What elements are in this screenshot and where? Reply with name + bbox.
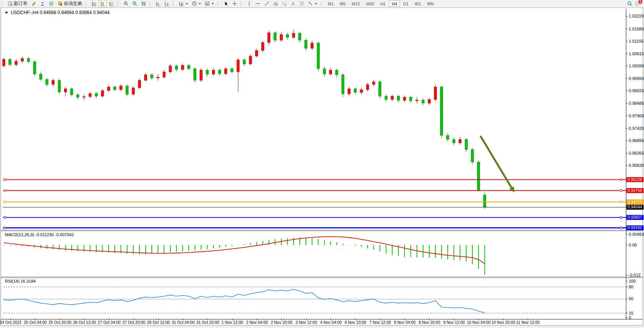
line-handle[interactable]: [4, 201, 6, 203]
fibonacci-button[interactable]: F: [280, 0, 288, 7]
period-clock-button[interactable]: [190, 0, 202, 7]
crosshair-button[interactable]: [231, 0, 239, 7]
time-tick-label: 26 Oct 12:00: [73, 320, 96, 325]
candle-body: [299, 33, 301, 40]
candle-body: [255, 50, 258, 56]
timeframe-mn-button[interactable]: MN: [424, 0, 436, 7]
dropdown-caret-icon[interactable]: [199, 3, 201, 5]
new-order-icon: [8, 1, 13, 6]
tile-windows-button[interactable]: [140, 0, 148, 7]
line-handle[interactable]: [620, 190, 622, 192]
candle-body: [348, 89, 350, 94]
line-handle[interactable]: [4, 227, 6, 229]
price-badge-label: 0.94756: [628, 188, 642, 193]
template-button[interactable]: [203, 0, 215, 7]
chart-dropdown-caret-icon[interactable]: [5, 12, 8, 14]
rsi-indicator-label: RSI(14) 16.3184: [5, 279, 36, 283]
trendline-icon: [264, 1, 269, 6]
candle-body: [46, 79, 48, 84]
line-handle[interactable]: [4, 179, 6, 181]
dropdown-caret-icon[interactable]: [315, 3, 317, 5]
candle-body: [311, 43, 313, 48]
zoom-out-button[interactable]: [131, 0, 139, 7]
line-handle[interactable]: [620, 216, 622, 218]
zoom-in-button[interactable]: [122, 0, 130, 7]
search-button[interactable]: [627, 1, 632, 6]
text-button[interactable]: A: [289, 0, 297, 7]
cursor-button[interactable]: [222, 0, 230, 7]
timeframe-m1-button[interactable]: M1: [325, 0, 336, 7]
signal-button[interactable]: [47, 0, 55, 7]
candle-body: [416, 100, 418, 101]
toolbar-drag-handle: [2, 2, 4, 6]
crayon-icon: [31, 1, 36, 6]
time-tick-label: 11 Nov 12:00: [516, 320, 540, 325]
trendline-button[interactable]: [263, 0, 271, 7]
chart-scroll-button[interactable]: [163, 0, 171, 7]
chat-button[interactable]: 1: [635, 1, 640, 6]
line-handle[interactable]: [4, 190, 6, 192]
rsi-tick-label: 50: [629, 296, 633, 301]
dropdown-caret-icon[interactable]: [186, 3, 188, 5]
line-handle[interactable]: [620, 179, 622, 181]
price-tick-label: 1.01155: [629, 39, 644, 43]
label-button[interactable]: T: [298, 0, 306, 7]
toolbar-drag-handle: [321, 2, 323, 6]
autotrade-button[interactable]: 自动交易: [56, 0, 84, 7]
candles-button[interactable]: [99, 0, 107, 7]
line-handle[interactable]: [4, 216, 6, 218]
time-tick-label: 28 Oct 12:00: [147, 320, 170, 325]
macd-tick-label: 0.00: [629, 243, 637, 247]
publish-button[interactable]: [39, 0, 47, 7]
candle-body: [120, 86, 122, 90]
candle-body: [434, 87, 437, 99]
publish-icon: [40, 1, 45, 6]
dropdown-caret-icon[interactable]: [212, 3, 214, 5]
line-handle[interactable]: [620, 227, 622, 229]
candle-body: [101, 91, 104, 96]
hline-button[interactable]: [254, 0, 262, 7]
time-tick-label: 8 Nov 04:00: [394, 320, 416, 325]
candle-body: [403, 97, 406, 101]
price-tick-label: 0.96355: [629, 151, 644, 155]
zoom-in-icon: [124, 1, 128, 6]
time-tick-label: 10 Nov 20:00: [491, 320, 516, 325]
time-tick-label: 1 Nov 12:00: [222, 320, 243, 325]
shapes-button[interactable]: [307, 0, 319, 7]
chart-shift-button[interactable]: [154, 0, 162, 7]
time-tick-label: 25 Oct 20:00: [48, 320, 71, 325]
cursor-icon: [223, 1, 228, 6]
line-handle[interactable]: [620, 201, 622, 203]
timeframe-h4-button[interactable]: H4: [389, 0, 400, 7]
crayon-button[interactable]: [30, 0, 38, 7]
zoom-out-icon: [132, 1, 137, 6]
candle-body: [483, 195, 486, 207]
timeframe-w1-button[interactable]: W1: [412, 0, 424, 7]
candle-body: [218, 70, 221, 74]
tile-windows-icon: [141, 1, 146, 6]
candle-body: [181, 66, 184, 70]
timeframe-m15-button[interactable]: M15: [349, 0, 363, 7]
template-icon: [205, 1, 210, 6]
candle-body: [428, 99, 430, 103]
candle-body: [453, 139, 455, 143]
new-order-button[interactable]: 新订单: [6, 0, 29, 7]
candle-body: [15, 61, 18, 65]
chart-canvas[interactable]: 1.022201.016801.011551.006151.000900.995…: [0, 0, 644, 328]
candle-body: [126, 86, 128, 94]
timeframe-m30-button[interactable]: M30: [363, 0, 377, 7]
bars-button[interactable]: [90, 0, 98, 7]
price-badge-label: 0.94044: [628, 205, 642, 209]
timeframe-d1-button[interactable]: D1: [401, 0, 411, 7]
candle-body: [329, 70, 332, 74]
channel-button[interactable]: E: [271, 0, 279, 7]
timeframe-m5-button[interactable]: M5: [337, 0, 348, 7]
time-tick-label: 8 Nov 20:00: [419, 320, 440, 325]
timeframe-h1-button[interactable]: H1: [377, 0, 388, 7]
chart-title-text: USDCHF-,H4 0.94568 0.94694 0.93964 0.940…: [11, 10, 110, 15]
candle-body: [225, 69, 227, 74]
indicator-add-button[interactable]: [177, 0, 190, 7]
line-button[interactable]: [108, 0, 116, 7]
vline-button[interactable]: [245, 0, 253, 7]
mt4-terminal: { "app": {"name": "MetaTrader terminal"}…: [0, 0, 644, 328]
